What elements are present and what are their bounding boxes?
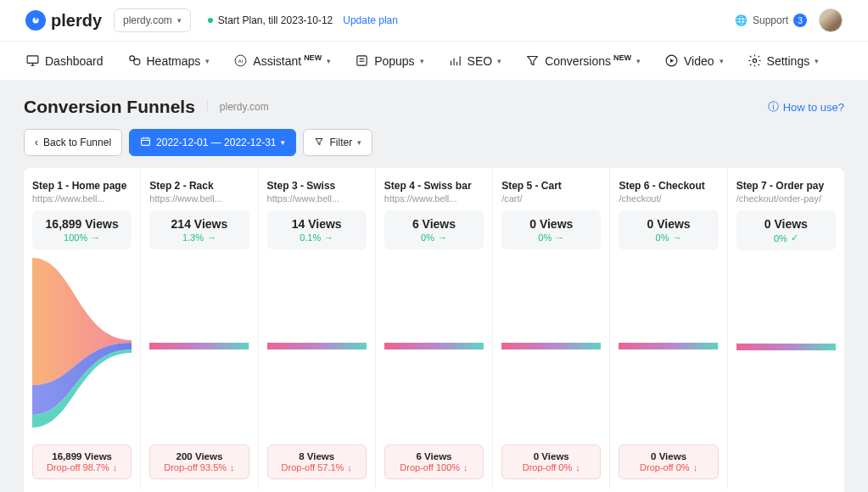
brand-logo[interactable]: plerdy — [25, 10, 102, 31]
funnel-steps-row: Step 1 - Home page https://www.bell... 1… — [24, 168, 844, 489]
views-pct: 0% → — [624, 232, 713, 243]
step-url: /checkout/order-pay/ — [736, 193, 836, 204]
menu-seo[interactable]: SEO▾ — [448, 53, 502, 68]
menubar: Dashboard Heatmaps▾ AI AssistantNEW▾ Pop… — [0, 41, 868, 80]
step-url: https://www.bell... — [384, 193, 484, 204]
menu-heatmaps[interactable]: Heatmaps▾ — [127, 53, 210, 68]
menu-video[interactable]: Video▾ — [664, 53, 724, 68]
arrow-right-icon: → — [91, 232, 100, 243]
dropoff-views: 6 Views — [390, 451, 478, 461]
views-count: 214 Views — [154, 217, 244, 231]
svg-rect-10 — [357, 56, 367, 65]
dropoff-views: 0 Views — [507, 451, 595, 461]
svg-rect-25 — [384, 343, 484, 349]
update-plan-link[interactable]: Update plan — [343, 14, 398, 26]
flow-chart — [32, 258, 132, 436]
menu-conversions[interactable]: ConversionsNEW▾ — [525, 53, 641, 68]
support-link[interactable]: 🌐 Support 3 — [735, 14, 807, 27]
funnel-step: Step 6 - Checkout /checkout/ 0 Views 0% … — [610, 168, 727, 489]
menu-assistant[interactable]: AI AssistantNEW▾ — [233, 53, 331, 68]
ai-icon: AI — [233, 53, 248, 68]
views-count: 6 Views — [389, 217, 479, 231]
chevron-down-icon: ▾ — [205, 57, 210, 65]
brand-name: plerdy — [51, 11, 102, 31]
svg-rect-3 — [27, 56, 38, 64]
views-pct: 100% → — [37, 232, 126, 243]
menu-dashboard[interactable]: Dashboard — [25, 53, 104, 68]
chevron-down-icon: ▾ — [636, 57, 641, 65]
dropoff-views: 0 Views — [624, 451, 712, 461]
svg-rect-24 — [267, 343, 367, 349]
daterange-picker[interactable]: 2022-12-01 — 2022-12-31 ▾ — [129, 129, 296, 156]
flow-chart — [619, 258, 718, 436]
dropoff-views: 16,899 Views — [38, 451, 126, 461]
step-title: Step 1 - Home page — [32, 180, 132, 192]
funnel-step: Step 1 - Home page https://www.bell... 1… — [24, 168, 141, 489]
filter-icon — [314, 137, 324, 149]
arrow-right-icon: → — [438, 232, 447, 243]
step-title: Step 6 - Checkout — [619, 180, 718, 192]
monitor-icon — [25, 53, 40, 68]
heatmap-icon — [127, 53, 142, 68]
chevron-down-icon: ▾ — [357, 138, 361, 147]
svg-rect-27 — [619, 343, 718, 349]
dropoff-pct: Drop-off 98.7% ↓ — [38, 462, 126, 472]
status-dot — [208, 18, 213, 23]
views-box: 16,899 Views 100% → — [32, 210, 132, 249]
views-count: 16,899 Views — [37, 217, 126, 231]
funnel-step: Step 7 - Order pay /checkout/order-pay/ … — [728, 168, 844, 489]
svg-point-7 — [133, 59, 139, 64]
filter-button[interactable]: Filter ▾ — [303, 129, 372, 156]
arrow-right-icon: ✓ — [791, 232, 798, 243]
views-box: 214 Views 1.3% → — [149, 210, 249, 249]
arrow-right-icon: → — [324, 232, 333, 243]
views-box: 6 Views 0% → — [384, 210, 484, 249]
funnel-step: Step 3 - Swiss https://www.bell... 14 Vi… — [259, 168, 376, 489]
funnel-step: Step 4 - Swiss bar https://www.bell... 6… — [376, 168, 493, 489]
topbar: plerdy plerdy.com ▾ Start Plan, till 202… — [0, 0, 868, 41]
views-box: 0 Views 0% → — [501, 210, 601, 249]
calendar-icon — [140, 136, 151, 149]
arrow-down-icon: ↓ — [693, 462, 698, 472]
chevron-down-icon: ▾ — [815, 57, 819, 65]
back-to-funnel-button[interactable]: ‹ Back to Funnel — [24, 129, 122, 156]
dropoff-box: 0 Views Drop-off 0% ↓ — [501, 444, 601, 479]
chevron-down-icon: ▾ — [177, 16, 182, 25]
views-box: 14 Views 0.1% → — [267, 210, 367, 249]
how-to-use-link[interactable]: ⓘ How to use? — [768, 99, 844, 115]
flow-chart — [267, 258, 367, 436]
svg-rect-26 — [501, 343, 601, 349]
domain-selector[interactable]: plerdy.com ▾ — [114, 8, 191, 32]
views-pct: 0.1% → — [272, 232, 361, 243]
page-header: Conversion Funnels plerdy.com ⓘ How to u… — [24, 97, 844, 117]
dropoff-box: 8 Views Drop-off 57.1% ↓ — [267, 444, 367, 479]
chevron-down-icon: ▾ — [420, 57, 424, 65]
funnel-icon — [525, 53, 540, 68]
step-title: Step 4 - Swiss bar — [384, 180, 484, 192]
views-count: 0 Views — [742, 217, 831, 231]
flow-chart — [149, 258, 249, 436]
flow-chart — [501, 258, 601, 436]
dropoff-pct: Drop-off 0% ↓ — [507, 462, 595, 472]
step-url: /checkout/ — [619, 193, 718, 204]
dropoff-pct: Drop-off 100% ↓ — [390, 462, 478, 472]
chevron-down-icon: ▾ — [281, 138, 285, 147]
dropoff-box: 0 Views Drop-off 0% ↓ — [619, 444, 718, 479]
step-title: Step 7 - Order pay — [736, 180, 836, 192]
views-count: 0 Views — [624, 217, 713, 231]
avatar[interactable] — [819, 8, 843, 32]
seo-icon — [448, 53, 462, 68]
step-url: https://www.bell... — [32, 193, 132, 204]
views-pct: 0% → — [507, 232, 596, 243]
step-title: Step 3 - Swiss — [267, 180, 367, 192]
views-box: 0 Views 0% ✓ — [736, 210, 836, 250]
dropoff-box: 6 Views Drop-off 100% ↓ — [384, 444, 484, 479]
menu-settings[interactable]: Settings▾ — [748, 53, 820, 68]
page-title: Conversion Funnels — [24, 97, 195, 117]
gear-icon — [748, 53, 762, 68]
funnel-panel: Step 1 - Home page https://www.bell... 1… — [24, 168, 844, 492]
menu-popups[interactable]: Popups▾ — [355, 53, 423, 68]
dropoff-box: 16,899 Views Drop-off 98.7% ↓ — [32, 444, 132, 479]
dropoff-pct: Drop-off 57.1% ↓ — [273, 462, 361, 472]
page-subtitle: plerdy.com — [207, 101, 269, 113]
